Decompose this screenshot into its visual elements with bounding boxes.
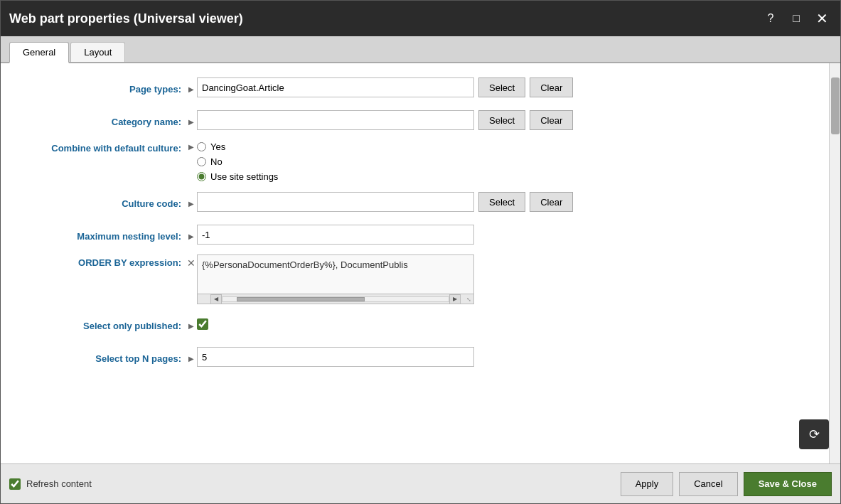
- help-button[interactable]: ?: [761, 9, 781, 28]
- label-select-top-n: Select top N pages:: [15, 350, 186, 364]
- vertical-scrollbar[interactable]: [829, 63, 840, 463]
- field-row-culture-code: Culture code: ▶ Select Clear: [15, 189, 815, 215]
- refresh-content-label: Refresh content: [26, 478, 92, 489]
- label-order-by: ORDER BY expression:: [15, 254, 186, 268]
- label-combine-culture: Combine with default culture:: [15, 140, 186, 154]
- float-refresh-icon: ⟳: [809, 427, 820, 442]
- order-by-text: {%PersonaDocumentOrderBy%}, DocumentPubl…: [198, 255, 473, 274]
- apply-button[interactable]: Apply: [621, 472, 674, 496]
- tab-layout[interactable]: Layout: [70, 42, 125, 62]
- float-refresh-button[interactable]: ⟳: [799, 419, 829, 449]
- radio-input-no[interactable]: [197, 157, 206, 166]
- input-max-nesting[interactable]: [197, 225, 474, 245]
- tabs-bar: General Layout: [1, 36, 840, 63]
- cross-order-by: ✕: [186, 254, 197, 269]
- tab-general[interactable]: General: [9, 42, 69, 63]
- order-by-field[interactable]: {%PersonaDocumentOrderBy%}, DocumentPubl…: [197, 254, 474, 294]
- hscroll-right-arrow[interactable]: ▶: [449, 294, 461, 304]
- field-row-page-types: Page types: ▶ Select Clear: [15, 75, 815, 100]
- radio-no[interactable]: No: [197, 156, 278, 167]
- arrow-select-top-n: ▶: [186, 352, 197, 363]
- select-button-category-name[interactable]: Select: [478, 110, 525, 130]
- clear-button-category-name[interactable]: Clear: [530, 110, 573, 130]
- field-row-max-nesting: Maximum nesting level: ▶: [15, 222, 815, 247]
- label-max-nesting: Maximum nesting level:: [15, 228, 186, 242]
- radio-group-combine-culture: Yes No Use site settings: [197, 140, 278, 182]
- hscroll-left-arrow[interactable]: ◀: [210, 294, 222, 304]
- field-row-select-top-n: Select top N pages: ▶: [15, 344, 815, 370]
- input-page-types[interactable]: [197, 77, 474, 97]
- label-culture-code: Culture code:: [15, 195, 186, 209]
- label-select-published: Select only published:: [15, 318, 186, 331]
- form-area: Page types: ▶ Select Clear Category name…: [1, 63, 829, 463]
- input-culture-code[interactable]: [197, 192, 474, 212]
- hscroll-bar: ◀ ▶ ⤡: [197, 294, 474, 304]
- bottom-bar: Refresh content Apply Cancel Save & Clos…: [1, 463, 840, 503]
- field-row-category-name: Category name: ▶ Select Clear: [15, 107, 815, 133]
- control-select-top-n: [197, 347, 815, 367]
- control-page-types: Select Clear: [197, 77, 815, 97]
- scrollbar-thumb[interactable]: [831, 77, 840, 134]
- save-close-button[interactable]: Save & Close: [744, 472, 832, 496]
- hscroll-track[interactable]: [222, 296, 449, 302]
- input-select-top-n[interactable]: [197, 347, 474, 367]
- dialog-title: Web part properties (Universal viewer): [9, 11, 243, 26]
- control-combine-culture: Yes No Use site settings: [197, 140, 815, 182]
- select-button-culture-code[interactable]: Select: [478, 192, 525, 212]
- title-bar: Web part properties (Universal viewer) ?…: [1, 1, 840, 36]
- control-max-nesting: [197, 225, 815, 245]
- hscroll-resize[interactable]: ⤡: [466, 296, 473, 304]
- radio-input-yes[interactable]: [197, 142, 206, 151]
- order-by-wrapper: {%PersonaDocumentOrderBy%}, DocumentPubl…: [197, 254, 474, 304]
- label-category-name: Category name:: [15, 114, 186, 127]
- bottom-right: Apply Cancel Save & Close: [621, 472, 832, 496]
- control-order-by: {%PersonaDocumentOrderBy%}, DocumentPubl…: [197, 254, 815, 304]
- control-category-name: Select Clear: [197, 110, 815, 130]
- hscroll-thumb[interactable]: [237, 297, 365, 301]
- arrow-max-nesting: ▶: [186, 230, 197, 240]
- arrow-category-name: ▶: [186, 115, 197, 126]
- radio-use-site-settings[interactable]: Use site settings: [197, 171, 278, 182]
- cancel-button[interactable]: Cancel: [679, 472, 737, 496]
- control-culture-code: Select Clear: [197, 192, 815, 212]
- label-page-types: Page types:: [15, 81, 186, 95]
- refresh-content-checkbox[interactable]: [9, 478, 21, 490]
- field-row-combine-culture: Combine with default culture: ▶ Yes No U…: [15, 140, 815, 182]
- title-bar-controls: ? □ ✕: [761, 9, 832, 28]
- clear-button-page-types[interactable]: Clear: [530, 77, 573, 97]
- close-button[interactable]: ✕: [812, 9, 832, 28]
- bottom-left: Refresh content: [9, 478, 92, 490]
- main-content: Page types: ▶ Select Clear Category name…: [1, 63, 840, 463]
- clear-button-culture-code[interactable]: Clear: [530, 192, 573, 212]
- field-row-select-published: Select only published: ▶: [15, 311, 815, 337]
- select-button-page-types[interactable]: Select: [478, 77, 525, 97]
- control-select-published: [197, 318, 815, 330]
- arrow-page-types: ▶: [186, 82, 197, 93]
- maximize-button[interactable]: □: [786, 9, 806, 28]
- field-row-order-by: ORDER BY expression: ✕ {%PersonaDocument…: [15, 254, 815, 304]
- arrow-select-published: ▶: [186, 319, 197, 330]
- arrow-culture-code: ▶: [186, 197, 197, 208]
- radio-yes[interactable]: Yes: [197, 141, 278, 152]
- radio-input-use-site-settings[interactable]: [197, 172, 206, 181]
- arrow-combine-culture: ▶: [186, 140, 197, 151]
- input-category-name[interactable]: [197, 110, 474, 130]
- checkbox-wrapper-published: [197, 318, 208, 330]
- checkbox-select-published[interactable]: [197, 318, 208, 330]
